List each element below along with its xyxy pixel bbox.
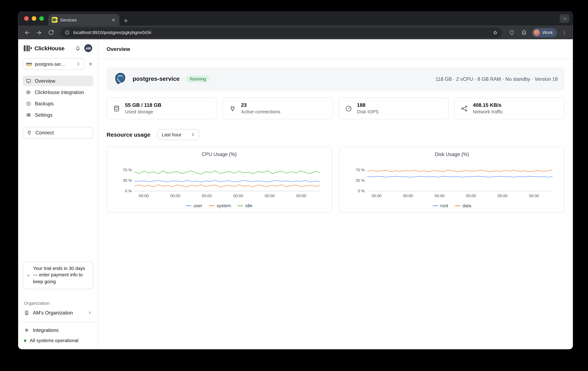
legend-item-idle: idle <box>238 203 252 208</box>
time-range-value: Last hour <box>162 132 181 137</box>
svg-text:00:00: 00:00 <box>498 194 507 198</box>
adblock-extension-button[interactable] <box>507 28 517 37</box>
new-tab-button[interactable] <box>123 18 129 24</box>
status-badge: Running <box>186 76 210 82</box>
main-content: postgres-service Running 118 GB · 2 vCPU… <box>98 59 573 221</box>
aws-logo: aws <box>26 62 32 66</box>
sidebar-item-settings[interactable]: Settings <box>23 110 93 120</box>
cpu-usage-chart-card: CPU Usage (%) 0 %35 %70 %00:0000:0000:00… <box>106 147 332 213</box>
back-arrow-icon <box>24 29 30 36</box>
sidebar-bottom: Your trial ends in 30 days — enter payme… <box>23 261 93 343</box>
zoom-window-button[interactable] <box>39 16 44 21</box>
back-button[interactable] <box>22 28 32 37</box>
svg-text:00:00: 00:00 <box>139 194 149 198</box>
main-panel: Overview postgres-service Running 118 <box>98 39 573 349</box>
bookmark-star-icon[interactable] <box>493 30 498 35</box>
tab-close-icon[interactable] <box>111 17 116 22</box>
clickhouse-bars-icon <box>26 89 31 95</box>
time-range-select[interactable]: Last hour <box>157 129 199 140</box>
window-controls <box>24 16 44 21</box>
legend-swatch-icon <box>209 205 214 206</box>
svg-text:00:00: 00:00 <box>202 194 212 198</box>
shield-icon <box>509 30 514 35</box>
url-text[interactable]: localhost:8910/postgres/pgkybgnv0s5ii <box>73 30 489 35</box>
browser-menu-button[interactable] <box>559 28 569 37</box>
service-selector-row: aws postgres-ser… <box>23 58 93 70</box>
clickhouse-logo-icon <box>24 45 32 51</box>
page-title: Overview <box>106 46 130 52</box>
sidebar-divider <box>18 322 98 322</box>
puzzle-icon <box>521 30 527 35</box>
desktop: Services localhost:8910/postgres/pgkybgn… <box>0 0 588 371</box>
forward-button[interactable] <box>34 28 44 37</box>
chart-legend: rootdata <box>344 203 560 208</box>
svg-text:00:00: 00:00 <box>296 194 306 198</box>
service-specs: 118 GB · 2 vCPU · 8 GB RAM · No standby … <box>436 76 558 82</box>
main-header: Overview <box>98 39 573 59</box>
stat-label: Used storage <box>125 109 161 114</box>
legend-swatch-icon <box>238 205 243 206</box>
legend-swatch-icon <box>433 205 438 206</box>
close-window-button[interactable] <box>24 16 29 21</box>
svg-text:00:00: 00:00 <box>403 194 413 198</box>
profile-chip[interactable]: Work <box>532 28 557 37</box>
extensions-button[interactable] <box>519 28 529 37</box>
browser-titlebar: Services <box>18 11 573 26</box>
legend-item-data: data <box>455 203 471 208</box>
svg-text:00:00: 00:00 <box>170 194 180 198</box>
chevron-up-down-icon <box>190 132 195 137</box>
browser-tab-services[interactable]: Services <box>48 14 119 26</box>
sidebar-item-label: Backups <box>35 100 54 106</box>
sidebar-item-backups[interactable]: Backups <box>23 98 93 109</box>
cpu-usage-chart: 0 %35 %70 %00:0000:0000:0000:0000:0000:0… <box>111 159 328 201</box>
organization-row[interactable]: AM's Organization <box>23 310 93 316</box>
sidebar-item-integrations[interactable]: Integrations <box>23 327 93 333</box>
connections-plug-icon <box>229 105 236 112</box>
site-info-icon[interactable] <box>64 30 70 35</box>
svg-text:00:00: 00:00 <box>233 194 243 198</box>
tab-title: Services <box>60 18 108 22</box>
svg-text:35 %: 35 % <box>356 178 365 183</box>
sidebar: ClickHouse AM aws postgres-ser… <box>18 39 98 349</box>
stat-card-disk-iops: 188 Disk IOPS <box>338 97 449 119</box>
status-dot-icon <box>24 339 27 342</box>
legend-item-root: root <box>433 203 448 208</box>
stat-card-network-traffic: 408.15 KB/s Network traffic <box>454 97 565 119</box>
organization-name: AM's Organization <box>33 310 73 316</box>
stat-value: 23 <box>241 102 280 108</box>
minimize-window-button[interactable] <box>32 16 36 21</box>
integrations-icon <box>24 327 29 333</box>
postgresql-logo <box>114 72 128 86</box>
reload-icon <box>48 29 54 35</box>
stat-label: Active connections <box>241 109 280 114</box>
reload-button[interactable] <box>46 28 56 37</box>
profile-avatar <box>534 29 540 36</box>
gauge-icon <box>345 105 352 112</box>
legend-item-user: user <box>186 203 202 208</box>
notifications-bell-icon[interactable] <box>75 45 81 51</box>
add-service-button[interactable] <box>88 61 93 67</box>
brand-name: ClickHouse <box>34 45 64 51</box>
sliders-icon <box>26 112 31 118</box>
user-avatar[interactable]: AM <box>84 44 92 52</box>
monitor-icon <box>26 78 31 83</box>
sidebar-item-overview[interactable]: Overview <box>23 76 93 86</box>
tab-search-button[interactable] <box>560 14 569 23</box>
disk-usage-chart-card: Disk Usage (%) 0 %35 %70 %00:0000:0000:0… <box>339 147 565 213</box>
svg-text:00:00: 00:00 <box>435 194 444 198</box>
forward-arrow-icon <box>36 29 42 36</box>
stat-card-active-connections: 23 Active connections <box>222 97 333 119</box>
svg-text:00:00: 00:00 <box>466 194 476 198</box>
chart-title: CPU Usage (%) <box>111 151 328 157</box>
service-hero-card: postgres-service Running 118 GB · 2 vCPU… <box>106 67 565 91</box>
service-selector[interactable]: aws postgres-ser… <box>23 58 84 70</box>
clickhouse-favicon-icon <box>52 17 57 22</box>
legend-label: system <box>217 203 231 208</box>
sidebar-item-clickhouse-integration[interactable]: ClickHouse integration <box>23 87 93 97</box>
system-status[interactable]: All systems operational <box>23 338 93 343</box>
trial-notice-text: Your trial ends in 30 days — enter payme… <box>33 265 89 285</box>
chevron-down-icon <box>562 16 567 21</box>
svg-text:70 %: 70 % <box>123 168 132 172</box>
connect-button[interactable]: Connect <box>23 127 93 139</box>
address-bar[interactable]: localhost:8910/postgres/pgkybgnv0s5ii <box>60 27 502 38</box>
